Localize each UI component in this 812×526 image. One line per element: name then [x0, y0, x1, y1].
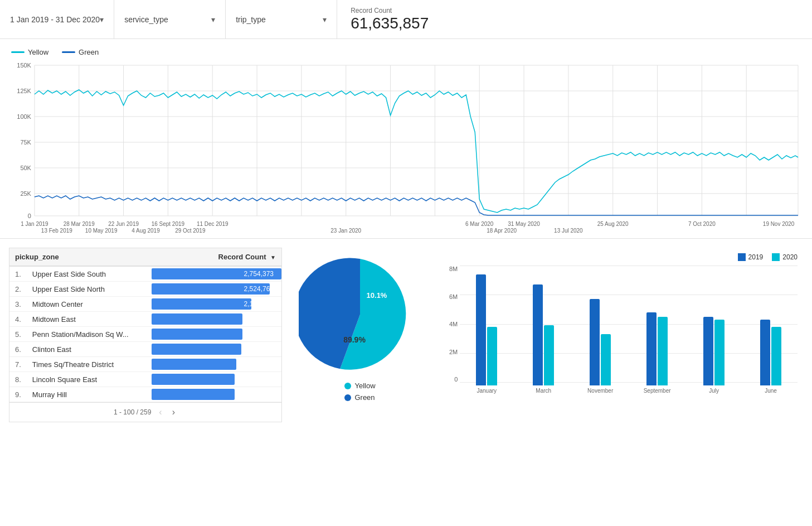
bar-group-label: June: [765, 388, 777, 394]
pie-yellow-label: Yellow: [354, 382, 375, 390]
svg-text:125K: 125K: [17, 88, 31, 94]
bar-2020: [658, 317, 668, 385]
row-zone: Upper East Side North: [27, 282, 152, 297]
svg-text:4 Aug 2019: 4 Aug 2019: [132, 228, 160, 234]
bar-chart-legend: 2019 2020: [449, 253, 798, 261]
svg-text:29 Oct 2019: 29 Oct 2019: [175, 228, 206, 234]
record-count-box: Record Count 61,635,857: [337, 0, 442, 38]
bar-group: January: [460, 274, 513, 394]
svg-text:18 Apr 2020: 18 Apr 2020: [487, 228, 517, 234]
svg-text:50K: 50K: [20, 165, 31, 171]
line-chart-legend: Yellow Green: [11, 48, 801, 56]
svg-text:89.9%: 89.9%: [343, 335, 366, 344]
table-footer: 1 - 100 / 259 ‹ ›: [9, 402, 281, 422]
bar-2020: [601, 334, 611, 385]
bottom-section: pickup_zone Record Count ▼ 1. Upper East…: [0, 239, 812, 431]
svg-text:100K: 100K: [17, 113, 31, 120]
row-zone: Murray Hill: [27, 387, 152, 402]
row-count-bar: 1,933,132: [152, 312, 281, 327]
bar-2020: [714, 320, 725, 385]
row-count-bar: 2,524,769: [152, 282, 281, 297]
svg-text:150K: 150K: [17, 62, 31, 69]
bar-2020: [544, 325, 554, 385]
date-filter-label: 1 Jan 2019 - 31 Dec 2020: [10, 15, 100, 24]
next-page-button[interactable]: ›: [170, 407, 177, 417]
table-row: 6. Clinton East 1,896,838: [9, 342, 281, 357]
bar-group: June: [744, 320, 798, 394]
row-count-bar: 2,754,373: [152, 266, 281, 282]
bar-2019: [760, 320, 770, 385]
bar-2019: [533, 284, 543, 385]
bar-2020: [771, 327, 781, 385]
svg-text:25 Aug 2020: 25 Aug 2020: [597, 221, 629, 227]
svg-text:0: 0: [28, 213, 31, 219]
bar-group: July: [687, 317, 741, 394]
bar-2019-label: 2019: [748, 253, 764, 261]
bar-groups: January March November September: [460, 266, 798, 394]
service-type-filter[interactable]: service_type ▾: [114, 0, 226, 38]
row-zone: Upper East Side South: [27, 266, 152, 282]
svg-text:22 Jun 2019: 22 Jun 2019: [108, 221, 139, 227]
row-count-bar: 1,753,347: [152, 387, 281, 402]
row-num: 9.: [9, 387, 27, 402]
date-filter-arrow: ▾: [100, 15, 104, 24]
prev-page-button[interactable]: ‹: [157, 407, 164, 417]
bar-group: March: [517, 284, 570, 394]
pie-green-swatch: [344, 394, 351, 401]
record-count-label: Record Count: [351, 7, 429, 15]
table-col-count[interactable]: Record Count ▼: [152, 248, 281, 266]
bar-y-axis: 8M 6M 4M 2M 0: [449, 266, 458, 394]
row-num: 6.: [9, 342, 27, 357]
bar-2019: [590, 299, 600, 385]
svg-text:10 May 2019: 10 May 2019: [85, 228, 118, 234]
grouped-bar-chart-container: 2019 2020 8M 6M 4M 2M 0: [438, 248, 803, 394]
legend-green: Green: [62, 48, 99, 56]
pie-chart-container: 10.1% 89.9% Yellow Green: [282, 248, 438, 407]
table-row: 8. Lincoln Square East 1,752,716: [9, 372, 281, 387]
svg-text:13 Jul 2020: 13 Jul 2020: [554, 228, 583, 234]
bar-group-label: January: [476, 388, 497, 394]
svg-text:13 Feb 2019: 13 Feb 2019: [41, 228, 72, 234]
line-chart: 150K 125K 100K 75K 50K 25K 0: [11, 60, 801, 238]
bar-2019: [646, 312, 657, 385]
bar-group-label: September: [644, 388, 671, 394]
table-row: 5. Penn Station/Madison Sq W... 1,916,86…: [9, 327, 281, 342]
bar-2019: [703, 317, 713, 385]
pie-legend-green: Green: [344, 393, 375, 402]
trip-type-filter[interactable]: trip_type ▾: [226, 0, 337, 38]
table-row: 9. Murray Hill 1,753,347: [9, 387, 281, 402]
pie-green-label: Green: [354, 393, 375, 402]
row-num: 5.: [9, 327, 27, 342]
yellow-line-icon: [11, 51, 25, 53]
svg-text:25K: 25K: [20, 190, 31, 197]
legend-green-label: Green: [79, 48, 99, 56]
row-num: 3.: [9, 297, 27, 312]
svg-text:19 Nov 2020: 19 Nov 2020: [763, 221, 795, 227]
bar-group: November: [573, 299, 627, 394]
table-row: 1. Upper East Side South 2,754,373: [9, 266, 281, 282]
svg-text:75K: 75K: [20, 139, 31, 146]
row-zone: Clinton East: [27, 342, 152, 357]
pie-legend-yellow: Yellow: [344, 382, 375, 390]
pie-yellow-swatch: [344, 383, 351, 389]
row-num: 1.: [9, 266, 27, 282]
date-filter[interactable]: 1 Jan 2019 - 31 Dec 2020 ▾: [0, 0, 114, 38]
trip-type-arrow: ▾: [323, 15, 327, 24]
bar-2019-swatch: [738, 253, 746, 261]
row-zone: Times Sq/Theatre District: [27, 357, 152, 372]
row-zone: Midtown Center: [27, 297, 152, 312]
svg-text:1 Jan 2019: 1 Jan 2019: [21, 221, 48, 227]
legend-yellow: Yellow: [11, 48, 48, 56]
bar-group: September: [630, 312, 684, 394]
top-bar: 1 Jan 2019 - 31 Dec 2020 ▾ service_type …: [0, 0, 812, 39]
table-row: 2. Upper East Side North 2,524,769: [9, 282, 281, 297]
line-chart-svg: 150K 125K 100K 75K 50K 25K 0: [11, 60, 801, 238]
bar-group-label: July: [709, 388, 719, 394]
table-row: 4. Midtown East 1,933,132: [9, 312, 281, 327]
bar-chart-inner: 8M 6M 4M 2M 0 January: [449, 266, 798, 394]
bar-chart-plot: January March November September: [460, 266, 798, 394]
bar-group-label: November: [587, 388, 613, 394]
row-count-bar: 1,752,716: [152, 372, 281, 387]
bar-2019: [476, 274, 486, 386]
svg-text:28 Mar 2019: 28 Mar 2019: [64, 221, 95, 227]
